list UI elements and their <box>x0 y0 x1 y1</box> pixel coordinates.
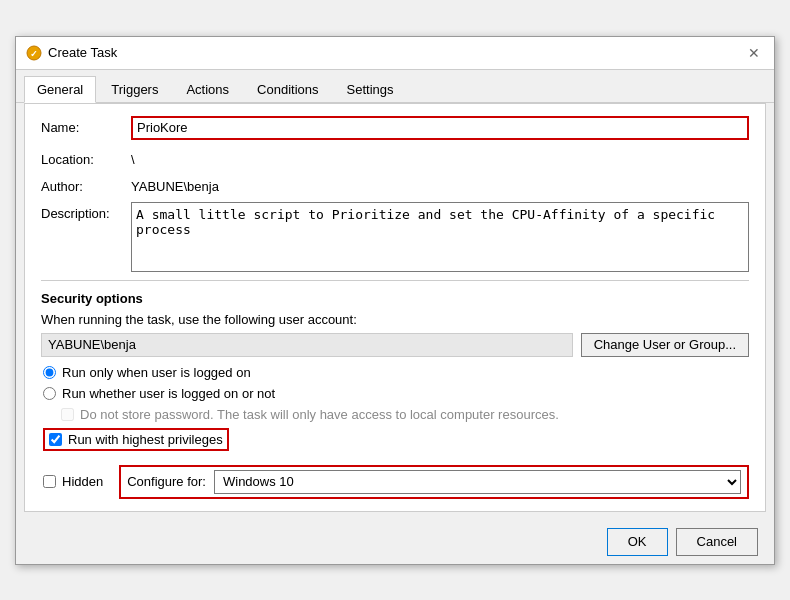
tab-bar: General Triggers Actions Conditions Sett… <box>16 70 774 103</box>
description-label: Description: <box>41 202 131 221</box>
create-task-dialog: ✓ Create Task ✕ General Triggers Actions… <box>15 36 775 565</box>
tab-content: Name: Location: \ Author: YABUNE\benja D… <box>24 103 766 512</box>
configure-for-container: Configure for: Windows 10 Windows 7, Win… <box>119 465 749 499</box>
tab-conditions[interactable]: Conditions <box>244 76 331 102</box>
run-highest-label: Run with highest privileges <box>68 432 223 447</box>
radio-logged-on[interactable] <box>43 366 56 379</box>
user-account-input[interactable] <box>41 333 573 357</box>
radio-logged-on-label: Run only when user is logged on <box>62 365 251 380</box>
tab-general[interactable]: General <box>24 76 96 103</box>
dialog-title: Create Task <box>48 45 117 60</box>
security-title: Security options <box>41 291 749 306</box>
configure-for-select[interactable]: Windows 10 Windows 7, Windows Server 200… <box>214 470 741 494</box>
name-label: Name: <box>41 116 131 135</box>
hidden-row: Hidden <box>43 474 103 489</box>
description-row: Description: A small little script to Pr… <box>41 202 749 272</box>
location-row: Location: \ <box>41 148 749 167</box>
radio-not-logged-on[interactable] <box>43 387 56 400</box>
separator-1 <box>41 280 749 281</box>
ok-button[interactable]: OK <box>607 528 668 556</box>
account-desc: When running the task, use the following… <box>41 312 749 327</box>
configure-for-label: Configure for: <box>127 474 206 489</box>
tab-settings[interactable]: Settings <box>334 76 407 102</box>
location-label: Location: <box>41 148 131 167</box>
no-store-password-row: Do not store password. The task will onl… <box>61 407 749 422</box>
hidden-checkbox[interactable] <box>43 475 56 488</box>
run-highest-checkbox[interactable] <box>49 433 62 446</box>
no-store-password-label: Do not store password. The task will onl… <box>80 407 559 422</box>
tab-actions[interactable]: Actions <box>173 76 242 102</box>
run-highest-row: Run with highest privileges <box>43 428 229 451</box>
svg-text:✓: ✓ <box>30 49 38 59</box>
radio-not-logged-on-row: Run whether user is logged on or not <box>43 386 749 401</box>
name-input[interactable] <box>131 116 749 140</box>
description-input[interactable]: A small little script to Prioritize and … <box>131 202 749 272</box>
no-store-password-checkbox <box>61 408 74 421</box>
name-row: Name: <box>41 116 749 140</box>
tab-triggers[interactable]: Triggers <box>98 76 171 102</box>
bottom-options-row: Hidden Configure for: Windows 10 Windows… <box>41 465 749 499</box>
change-user-button[interactable]: Change User or Group... <box>581 333 749 357</box>
hidden-label: Hidden <box>62 474 103 489</box>
user-account-row: Change User or Group... <box>41 333 749 357</box>
cancel-button[interactable]: Cancel <box>676 528 758 556</box>
title-bar: ✓ Create Task ✕ <box>16 37 774 70</box>
author-value: YABUNE\benja <box>131 175 749 194</box>
close-button[interactable]: ✕ <box>744 43 764 63</box>
location-value: \ <box>131 148 749 167</box>
radio-not-logged-on-label: Run whether user is logged on or not <box>62 386 275 401</box>
dialog-footer: OK Cancel <box>16 520 774 564</box>
title-bar-left: ✓ Create Task <box>26 45 117 61</box>
app-icon: ✓ <box>26 45 42 61</box>
author-row: Author: YABUNE\benja <box>41 175 749 194</box>
radio-logged-on-row: Run only when user is logged on <box>43 365 749 380</box>
author-label: Author: <box>41 175 131 194</box>
